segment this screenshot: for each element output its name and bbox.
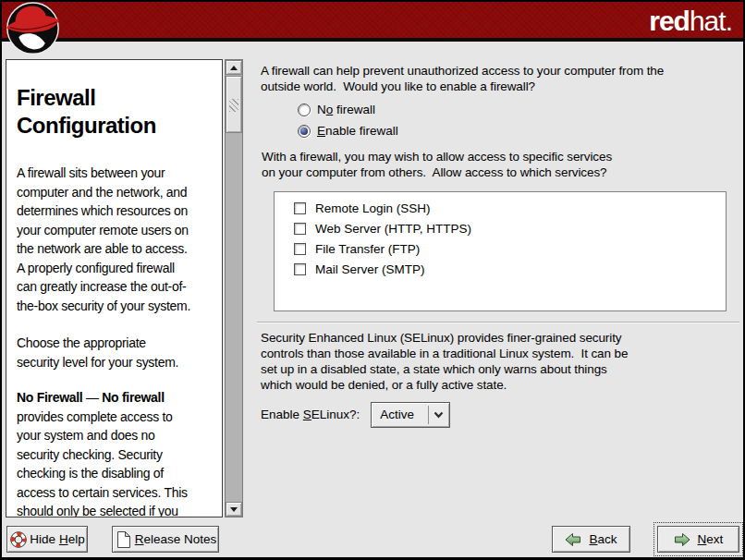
services-list: Remote Login (SSH) Web Server (HTTP, HTT…	[274, 191, 727, 311]
radio-no-firewall-label: No firewall	[317, 103, 375, 116]
service-label: Web Server (HTTP, HTTPS)	[315, 222, 471, 236]
service-mail-server[interactable]: Mail Server (SMTP)	[294, 259, 726, 279]
next-button-focus-ring: Next	[653, 522, 743, 556]
help-dash: —	[82, 390, 102, 405]
checkbox-icon	[294, 223, 306, 235]
section-separator	[257, 322, 739, 323]
services-intro-text: With a firewall, you may wish to allow a…	[262, 149, 612, 180]
life-ring-icon	[9, 530, 28, 549]
selinux-description-text: Security Enhanced Linux (SELinux) provid…	[261, 330, 628, 393]
selinux-row: Enable SELinux?: Active	[261, 401, 450, 428]
help-paragraph-3-rest: provides complete access to your system …	[17, 409, 188, 518]
back-label: Back	[589, 532, 617, 546]
scrollbar-thumb[interactable]	[226, 76, 242, 133]
radio-enable-firewall[interactable]: Enable firewall	[298, 123, 398, 139]
selinux-dropdown-value: Active	[372, 408, 428, 421]
brand-regular: hat	[690, 6, 726, 36]
selinux-dropdown[interactable]: Active	[371, 402, 450, 428]
hide-help-button[interactable]: Hide Help	[6, 526, 88, 553]
help-paragraph-3: No Firewall — No firewall provides compl…	[17, 388, 218, 517]
help-title: Firewall Configuration	[17, 84, 218, 140]
arrow-left-icon	[565, 532, 581, 547]
service-label: File Transfer (FTP)	[315, 242, 420, 256]
brand-dot: .	[726, 6, 732, 36]
radio-circle-selected	[298, 125, 311, 138]
document-icon	[115, 530, 132, 549]
redhat-shadowman-logo-icon	[4, 2, 62, 58]
arrow-down-icon	[230, 507, 238, 512]
radio-circle	[298, 103, 311, 116]
checkbox-icon	[294, 202, 306, 214]
selinux-label: Enable SELinux?:	[261, 408, 360, 421]
next-label: Next	[698, 532, 724, 546]
radio-no-firewall[interactable]: No firewall	[298, 102, 375, 117]
next-button[interactable]: Next	[657, 526, 739, 553]
firewall-intro-text: A firewall can help prevent unauthorized…	[261, 63, 664, 94]
service-label: Remote Login (SSH)	[315, 201, 431, 215]
radio-enable-firewall-label: Enable firewall	[317, 124, 398, 138]
back-button[interactable]: Back	[552, 526, 630, 553]
service-web-server[interactable]: Web Server (HTTP, HTTPS)	[294, 218, 726, 238]
help-panel: Firewall Configuration A firewall sits b…	[6, 59, 223, 517]
help-paragraph-1: A firewall sits between your computer an…	[17, 164, 218, 315]
redhat-wordmark: redhat.	[649, 6, 732, 37]
chevron-down-icon	[428, 406, 448, 424]
redhat-banner: redhat.	[2, 2, 743, 42]
help-scrollbar[interactable]	[225, 59, 243, 517]
service-remote-login[interactable]: Remote Login (SSH)	[294, 198, 726, 218]
scrollbar-grip	[229, 99, 238, 112]
installer-window: redhat. Firewall Configuration A firewal…	[2, 2, 743, 557]
help-bold-no-firewall: No Firewall	[17, 390, 82, 405]
help-paragraph-2: Choose the appropriate security level fo…	[17, 334, 218, 371]
checkbox-icon	[294, 243, 306, 255]
service-label: Mail Server (SMTP)	[315, 262, 425, 276]
checkbox-icon	[294, 263, 306, 275]
scrollbar-down-button[interactable]	[226, 502, 242, 517]
arrow-right-icon	[674, 532, 690, 547]
arrow-up-icon	[230, 66, 238, 70]
brand-bold: red	[649, 6, 690, 36]
release-notes-label: Release Notes	[135, 532, 217, 546]
help-bold-no-firewall-2: No firewall	[102, 390, 165, 405]
scrollbar-up-button[interactable]	[226, 60, 242, 75]
hide-help-label: Hide Help	[30, 532, 84, 546]
service-file-transfer[interactable]: File Transfer (FTP)	[294, 238, 726, 259]
release-notes-button[interactable]: Release Notes	[112, 526, 219, 553]
radio-selected-dot	[300, 128, 308, 135]
